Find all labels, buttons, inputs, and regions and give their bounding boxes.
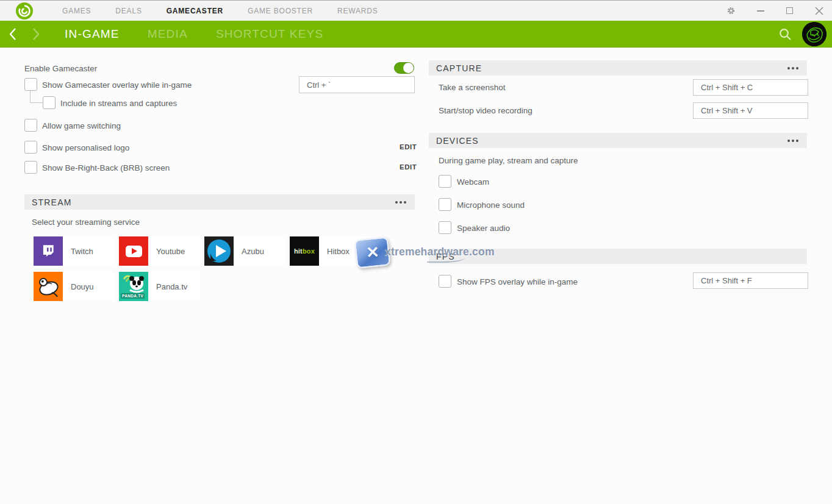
include-streams-checkbox[interactable] (43, 96, 56, 109)
speaker-label: Speaker audio (457, 224, 510, 233)
minimize-icon[interactable] (756, 6, 765, 15)
stream-section-title: STREAM (32, 197, 72, 207)
enable-gamecaster-label: Enable Gamecaster (24, 64, 97, 73)
stream-section-header: STREAM (24, 194, 415, 210)
game-switching-label: Allow game switching (42, 121, 121, 130)
screenshot-hotkey-input[interactable]: Ctrl + Shift + C (693, 79, 808, 96)
subnav: IN-GAME MEDIA SHORTCUT KEYS (0, 21, 832, 48)
chevron-left-icon[interactable] (9, 27, 17, 41)
video-recording-label: Start/stop video recording (439, 106, 533, 115)
ellipsis-icon[interactable] (786, 137, 800, 144)
azubu-icon (204, 236, 234, 266)
panda-tv-icon: PANDA.TV (119, 272, 148, 301)
fps-overlay-label: Show FPS overlay while in-game (457, 277, 578, 286)
stream-service-youtube[interactable]: Youtube (119, 236, 199, 266)
tile-label: Twitch (63, 236, 114, 266)
devices-subtitle: During game play, stream and capture (439, 156, 578, 165)
fps-hotkey-input[interactable]: Ctrl + Shift + F (693, 272, 808, 289)
personalised-logo-checkbox[interactable] (24, 141, 37, 154)
tile-label: Youtube (148, 236, 199, 266)
window-controls (726, 6, 823, 15)
capture-section-title: CAPTURE (436, 63, 482, 73)
twitch-icon (34, 236, 63, 266)
stream-service-douyu[interactable]: Douyu (34, 272, 114, 301)
personalised-logo-label: Show personalised logo (42, 143, 129, 152)
cortex-logo-icon[interactable] (16, 2, 33, 20)
douyu-icon (34, 272, 63, 301)
ellipsis-icon[interactable] (786, 65, 800, 72)
tab-game-booster[interactable]: GAME BOOSTER (248, 7, 313, 15)
titlebar: GAMES DEALS GAMECASTER GAME BOOSTER REWA… (0, 0, 832, 21)
gear-icon[interactable] (726, 6, 736, 15)
app-tabs: GAMES DEALS GAMECASTER GAME BOOSTER REWA… (62, 7, 378, 15)
devices-section-header: DEVICES (429, 133, 807, 148)
hitbox-icon: hitbox (290, 236, 319, 266)
stream-service-panda[interactable]: PANDA.TV Panda.tv (119, 272, 199, 301)
video-recording-hotkey-input[interactable]: Ctrl + Shift + V (693, 102, 808, 119)
webcam-checkbox[interactable] (439, 175, 451, 188)
include-streams-label: Include in streams and captures (60, 99, 177, 108)
subtab-shortcut-keys[interactable]: SHORTCUT KEYS (216, 27, 323, 41)
stream-service-azubu[interactable]: Azubu (204, 236, 285, 266)
tile-label: Azubu (234, 236, 285, 266)
user-avatar[interactable] (802, 22, 827, 46)
game-switching-checkbox[interactable] (24, 119, 37, 132)
screenshot-label: Take a screenshot (439, 83, 506, 92)
maximize-icon[interactable] (785, 6, 794, 15)
subtab-in-game[interactable]: IN-GAME (65, 27, 120, 41)
tile-label: Hitbox (319, 236, 370, 266)
microphone-label: Microphone sound (457, 201, 525, 210)
checkbox-connector (30, 91, 43, 103)
gamecaster-settings-page: GAMES DEALS GAMECASTER GAME BOOSTER REWA… (0, 0, 832, 504)
personalised-logo-edit-link[interactable]: EDIT (400, 143, 417, 151)
microphone-checkbox[interactable] (439, 198, 451, 211)
fps-overlay-checkbox[interactable] (439, 275, 451, 288)
tab-deals[interactable]: DEALS (115, 7, 142, 15)
stream-service-twitch[interactable]: Twitch (34, 236, 114, 266)
fps-section-title: FPS (436, 252, 455, 261)
youtube-icon (119, 236, 148, 266)
tile-label: Douyu (63, 272, 114, 301)
close-icon[interactable] (814, 6, 823, 15)
stream-subtitle: Select your streaming service (32, 218, 140, 227)
tile-label: Panda.tv (148, 272, 199, 301)
ellipsis-icon[interactable] (394, 199, 407, 206)
speaker-checkbox[interactable] (439, 221, 451, 234)
tab-rewards[interactable]: REWARDS (337, 7, 378, 15)
overlay-label: Show Gamecaster overlay while in-game (42, 80, 192, 90)
subtab-media[interactable]: MEDIA (148, 27, 188, 41)
tab-games[interactable]: GAMES (62, 7, 91, 15)
search-icon[interactable] (778, 27, 792, 41)
capture-section-header: CAPTURE (429, 60, 807, 76)
brb-checkbox[interactable] (24, 161, 37, 174)
brb-label: Show Be-Right-Back (BRB) screen (42, 163, 170, 172)
overlay-checkbox[interactable] (24, 78, 37, 91)
fps-section-header: FPS (429, 249, 807, 264)
chevron-right-icon[interactable] (32, 27, 40, 41)
stream-service-hitbox[interactable]: hitbox Hitbox (290, 236, 370, 266)
devices-section-title: DEVICES (436, 136, 479, 146)
webcam-label: Webcam (457, 177, 489, 186)
tab-gamecaster[interactable]: GAMECASTER (167, 7, 223, 15)
enable-gamecaster-toggle[interactable] (394, 62, 414, 74)
overlay-hotkey-input[interactable]: Ctrl + ` (299, 76, 415, 93)
brb-edit-link[interactable]: EDIT (400, 163, 417, 171)
subnav-tabs: IN-GAME MEDIA SHORTCUT KEYS (65, 27, 323, 41)
